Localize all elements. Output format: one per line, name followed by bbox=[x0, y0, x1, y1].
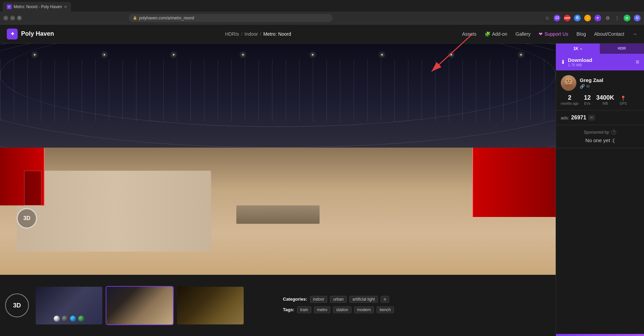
url-text: polyhaven.com/a/metro_noord bbox=[139, 16, 194, 20]
heart-icon: ❤ bbox=[539, 31, 543, 37]
tab-favicon: P bbox=[7, 4, 12, 9]
ext-badge-amber[interactable]: ⚡ bbox=[584, 15, 591, 21]
logo-icon: ✦ bbox=[7, 29, 18, 39]
glass-panels bbox=[0, 59, 556, 122]
addon-icon: 🧩 bbox=[485, 31, 490, 37]
ads-count: 26971 bbox=[571, 115, 587, 121]
sponsored-section: Sponsored by: ? No one yet :( bbox=[556, 125, 644, 148]
menu-icon[interactable]: ≡ bbox=[636, 58, 639, 66]
thumbnail-3[interactable] bbox=[176, 286, 244, 325]
light-5 bbox=[312, 54, 313, 55]
author-link-icon[interactable]: 🔗 bbox=[580, 84, 585, 89]
author-stats: 2 months ago 12 EVs 3400K WB 📍 GPS bbox=[561, 94, 639, 105]
author-email-icon[interactable]: ✉ bbox=[586, 84, 590, 89]
browser-chrome: ← → ↻ 🔒 polyhaven.com/a/metro_noord ☆ 13… bbox=[0, 12, 644, 24]
download-button[interactable]: ⬇ Download 1.75 MB ≡ bbox=[556, 54, 644, 70]
thumbnail-1[interactable] bbox=[35, 286, 103, 325]
nav-assets[interactable]: Assets bbox=[462, 31, 476, 37]
nav-about[interactable]: About/Contact bbox=[594, 31, 624, 37]
light-4 bbox=[242, 54, 244, 55]
thumbnail-2[interactable] bbox=[106, 286, 174, 325]
res-tab-1k[interactable]: 1K ▼ bbox=[556, 44, 600, 54]
author-avatar[interactable] bbox=[561, 75, 576, 91]
tag-train[interactable]: train bbox=[297, 306, 311, 313]
tags-row: Tags: train metro station modern bench bbox=[283, 306, 551, 313]
ads-edit-icon[interactable]: ✏ bbox=[588, 115, 595, 121]
logo[interactable]: ✦ Poly Haven bbox=[7, 29, 54, 39]
extensions-icon[interactable]: ⚙ bbox=[605, 15, 611, 21]
breadcrumb: HDRIs / Indoor / Metro: Noord bbox=[54, 31, 462, 37]
lights bbox=[0, 54, 556, 55]
image-panel[interactable]: 3D 3D bbox=[0, 44, 556, 336]
ext-badge-blue[interactable]: B bbox=[574, 15, 581, 21]
ext-badge-green[interactable]: D bbox=[624, 15, 630, 21]
sponsored-value: No one yet :( bbox=[561, 137, 639, 143]
bottom-panel: 3D bbox=[0, 275, 556, 336]
light-7 bbox=[451, 54, 452, 55]
sphere-gray bbox=[62, 316, 68, 322]
category-artificial-light[interactable]: artificial light bbox=[349, 296, 378, 303]
ext-badge-adp[interactable]: AEP bbox=[564, 15, 571, 21]
panorama-viewer[interactable]: 3D bbox=[0, 44, 556, 275]
metro-train-right bbox=[472, 148, 556, 217]
main-content: 3D 3D bbox=[0, 44, 644, 336]
sphere-green bbox=[78, 316, 84, 322]
forward-button[interactable]: → bbox=[10, 16, 15, 20]
profile-badge-1[interactable]: 13 bbox=[554, 15, 560, 21]
star-icon[interactable]: ☆ bbox=[544, 15, 550, 21]
sponsored-info-icon[interactable]: ? bbox=[611, 130, 616, 135]
back-button[interactable]: ← bbox=[3, 16, 8, 20]
metro-train-left bbox=[0, 148, 45, 205]
3d-badge[interactable]: 3D bbox=[5, 293, 29, 317]
light-1 bbox=[34, 54, 35, 55]
tag-station[interactable]: station bbox=[333, 306, 351, 313]
tab-title: Metro: Noord - Poly Haven bbox=[14, 4, 62, 9]
browser-tab-bar: P Metro: Noord - Poly Haven ✕ bbox=[0, 0, 644, 12]
tag-bench[interactable]: bench bbox=[377, 306, 394, 313]
download-icon: ⬇ bbox=[561, 59, 565, 65]
3d-indicator[interactable]: 3D bbox=[17, 208, 37, 229]
svg-point-2 bbox=[291, 259, 292, 260]
light-2 bbox=[104, 54, 105, 55]
nav-addon[interactable]: 🧩 Add-on bbox=[485, 31, 507, 37]
author-name[interactable]: Greg Zaal bbox=[580, 77, 639, 83]
thumbnails-container: 3D bbox=[0, 275, 278, 336]
stat-evs: 12 EVs bbox=[584, 94, 591, 105]
category-n[interactable]: n bbox=[381, 296, 389, 303]
ext-badge-purple[interactable]: P bbox=[594, 15, 601, 21]
breadcrumb-indoor[interactable]: Indoor bbox=[244, 31, 258, 37]
nav-login-icon[interactable]: → bbox=[632, 31, 637, 37]
category-urban[interactable]: urban bbox=[330, 296, 347, 303]
url-bar[interactable]: 🔒 polyhaven.com/a/metro_noord bbox=[129, 14, 333, 22]
categories-label: Categories: bbox=[283, 297, 308, 302]
active-tab[interactable]: P Metro: Noord - Poly Haven ✕ bbox=[3, 2, 71, 12]
reload-button[interactable]: ↻ bbox=[17, 16, 22, 20]
remove-ads-button[interactable]: Remove Ads ❤️ bbox=[556, 334, 644, 336]
thumb-bg-2 bbox=[106, 287, 173, 324]
res-tab-hdr[interactable]: HDR bbox=[600, 44, 644, 54]
category-indoor[interactable]: indoor bbox=[310, 296, 327, 303]
tag-modern[interactable]: modern bbox=[354, 306, 374, 313]
stat-gps: 📍 GPS bbox=[620, 95, 627, 105]
metro-platform bbox=[17, 171, 211, 252]
nav-gallery[interactable]: Gallery bbox=[516, 31, 530, 37]
breadcrumb-sep1: / bbox=[241, 31, 242, 37]
svg-point-6 bbox=[570, 80, 571, 81]
nav-blog[interactable]: Blog bbox=[576, 31, 586, 37]
nav-support[interactable]: ❤ Support Us bbox=[539, 31, 568, 37]
stat-wb: 3400K WB bbox=[596, 94, 614, 105]
logo-text: Poly Haven bbox=[21, 30, 54, 37]
train-left-door bbox=[24, 171, 42, 205]
tab-close-button[interactable]: ✕ bbox=[64, 5, 67, 9]
sidebar-spacer bbox=[556, 148, 644, 334]
ads-section: ads: 26971 ✏ bbox=[556, 111, 644, 125]
breadcrumb-hdris[interactable]: HDRIs bbox=[225, 31, 239, 37]
tag-metro[interactable]: metro bbox=[314, 306, 331, 313]
author-section: Greg Zaal 🔗 ✉ 2 months ago 12 EVs bbox=[556, 70, 644, 111]
browser-right-icons: ☆ 13 AEP B ⚡ P ⚙ ⋮ D U bbox=[544, 15, 641, 21]
light-3 bbox=[173, 54, 174, 55]
more-icon[interactable]: ⋮ bbox=[614, 15, 620, 21]
dropdown-arrow-icon: ▼ bbox=[580, 48, 582, 51]
svg-point-3 bbox=[565, 78, 572, 85]
user-profile-badge[interactable]: U bbox=[634, 15, 641, 21]
